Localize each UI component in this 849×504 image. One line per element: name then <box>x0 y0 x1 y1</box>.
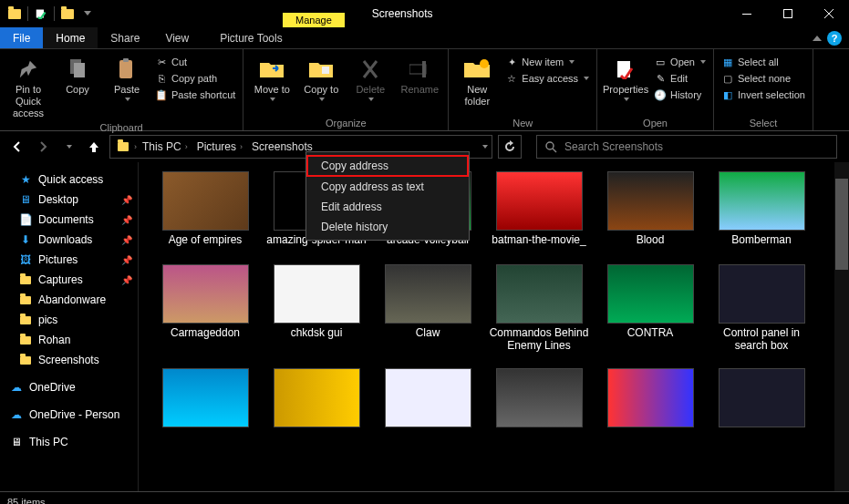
sidebar-desktop[interactable]: 🖥Desktop📌 <box>0 190 138 210</box>
properties-button[interactable]: Properties <box>603 55 648 101</box>
ribbon-label-select: Select <box>720 116 807 130</box>
file-item[interactable] <box>596 368 704 443</box>
ribbon-label-clipboard: Clipboard <box>5 120 237 135</box>
file-item[interactable]: CONTRA <box>596 264 704 365</box>
file-item[interactable]: Carmageddon <box>151 264 259 365</box>
sidebar-pics[interactable]: pics <box>0 310 138 330</box>
folder-icon <box>18 293 33 307</box>
copy-button[interactable]: Copy <box>55 55 100 96</box>
context-delete-history[interactable]: Delete history <box>306 217 469 237</box>
svg-rect-7 <box>322 67 329 74</box>
file-menu[interactable]: File <box>0 27 43 48</box>
file-label: CONTRA <box>627 326 674 365</box>
file-item[interactable]: chkdsk gui <box>263 264 370 365</box>
file-item[interactable] <box>151 368 259 443</box>
easy-access-button[interactable]: ☆Easy access <box>503 71 591 86</box>
file-item[interactable] <box>263 368 370 443</box>
sidebar-downloads[interactable]: ⬇Downloads📌 <box>0 230 138 250</box>
tab-view[interactable]: View <box>152 27 202 48</box>
refresh-button[interactable] <box>498 135 522 159</box>
sidebar-onedrive-personal[interactable]: ☁OneDrive - Person <box>0 405 138 425</box>
select-all-button[interactable]: ▦Select all <box>720 55 807 69</box>
search-box[interactable]: Search Screenshots <box>536 135 837 159</box>
help-icon[interactable]: ? <box>827 31 842 46</box>
forward-button[interactable] <box>33 137 53 157</box>
ribbon-group-organize: Move to Copy to Delete Rename Organize <box>243 49 449 130</box>
vertical-scrollbar[interactable] <box>834 162 849 491</box>
open-button[interactable]: ▭Open <box>652 55 708 69</box>
context-copy-address-text[interactable]: Copy address as text <box>306 177 469 197</box>
select-none-button[interactable]: ▢Select none <box>720 71 807 86</box>
sidebar-rohan[interactable]: Rohan <box>0 330 138 350</box>
context-copy-address[interactable]: Copy address <box>306 155 469 177</box>
file-item[interactable]: Claw <box>374 264 481 365</box>
pin-to-quick-access-button[interactable]: Pin to Quick access <box>5 55 51 120</box>
file-item[interactable] <box>485 368 593 443</box>
edit-button[interactable]: ✎Edit <box>652 71 708 86</box>
file-item[interactable]: Age of empires <box>151 171 259 261</box>
sidebar-this-pc[interactable]: 🖥This PC <box>0 432 138 452</box>
file-item[interactable] <box>708 368 815 443</box>
tab-home[interactable]: Home <box>43 27 98 48</box>
file-list[interactable]: Age of empiresamazing-spider-manarcade-v… <box>139 162 849 491</box>
file-item[interactable] <box>374 368 481 443</box>
tab-share[interactable]: Share <box>98 27 152 48</box>
title-bar: Manage Screenshots <box>0 0 849 27</box>
star-icon: ★ <box>18 172 33 187</box>
sidebar-screenshots[interactable]: Screenshots <box>0 350 138 370</box>
sidebar-quick-access[interactable]: ★Quick access <box>0 170 138 190</box>
sidebar-documents[interactable]: 📄Documents📌 <box>0 210 138 230</box>
rename-button[interactable]: Rename <box>397 55 442 96</box>
move-to-button[interactable]: Move to <box>249 55 295 101</box>
paste-button[interactable]: Paste <box>104 55 150 101</box>
quick-access-toolbar <box>0 5 91 23</box>
sidebar-pictures[interactable]: 🖼Pictures📌 <box>0 250 138 270</box>
recent-locations-button[interactable] <box>58 137 78 157</box>
file-item[interactable]: Bomberman <box>708 171 815 261</box>
scroll-thumb[interactable] <box>835 179 848 270</box>
file-item[interactable]: batman-the-movie_ <box>485 171 593 261</box>
new-item-button[interactable]: ✦New item <box>503 55 591 69</box>
history-icon: 🕘 <box>654 88 667 101</box>
sidebar-captures[interactable]: Captures📌 <box>0 270 138 290</box>
maximize-button[interactable] <box>767 0 808 27</box>
ribbon-label-organize: Organize <box>249 116 442 130</box>
up-button[interactable] <box>84 137 104 157</box>
file-label: Commandos Behind Enemy Lines <box>489 326 589 365</box>
qat-dropdown-icon[interactable] <box>84 11 91 16</box>
qat-properties-icon[interactable] <box>32 5 50 23</box>
tab-picture-tools[interactable]: Picture Tools <box>207 27 295 48</box>
sidebar-abandonware[interactable]: Abandonware <box>0 290 138 310</box>
file-label: Claw <box>416 326 440 365</box>
paste-shortcut-button[interactable]: 📋Paste shortcut <box>153 87 237 102</box>
invert-selection-button[interactable]: ◧Invert selection <box>720 87 807 102</box>
file-item[interactable]: Control panel in search box <box>708 264 815 365</box>
file-item[interactable]: Blood <box>596 171 704 261</box>
back-button[interactable] <box>7 137 27 157</box>
breadcrumb-this-pc[interactable]: This PC› <box>139 140 192 153</box>
qat-new-folder-icon[interactable] <box>58 5 77 23</box>
thumbnail <box>719 368 805 427</box>
cut-button[interactable]: ✂Cut <box>153 55 237 69</box>
new-folder-button[interactable]: New folder <box>454 55 500 108</box>
file-item[interactable]: Commandos Behind Enemy Lines <box>485 264 593 365</box>
edit-icon: ✎ <box>654 72 667 85</box>
copy-path-button[interactable]: ⎘Copy path <box>153 71 237 86</box>
address-dropdown-icon[interactable] <box>482 145 488 149</box>
delete-button[interactable]: Delete <box>347 55 393 101</box>
close-button[interactable] <box>808 0 849 27</box>
breadcrumb-pictures[interactable]: Pictures› <box>193 140 246 153</box>
copy-to-button[interactable]: Copy to <box>298 55 344 101</box>
sidebar-onedrive[interactable]: ☁OneDrive <box>0 377 138 397</box>
history-button[interactable]: 🕘History <box>652 87 708 102</box>
context-edit-address[interactable]: Edit address <box>306 197 469 217</box>
app-folder-icon[interactable] <box>5 5 24 23</box>
this-pc-icon: 🖥 <box>9 435 24 449</box>
context-tab-manage[interactable]: Manage <box>283 13 345 27</box>
minimize-button[interactable] <box>726 0 767 27</box>
onedrive-icon: ☁ <box>9 407 24 422</box>
collapse-ribbon-icon[interactable] <box>813 36 822 41</box>
search-icon <box>544 140 557 153</box>
thumbnail <box>385 368 471 427</box>
folder-icon <box>18 313 33 327</box>
